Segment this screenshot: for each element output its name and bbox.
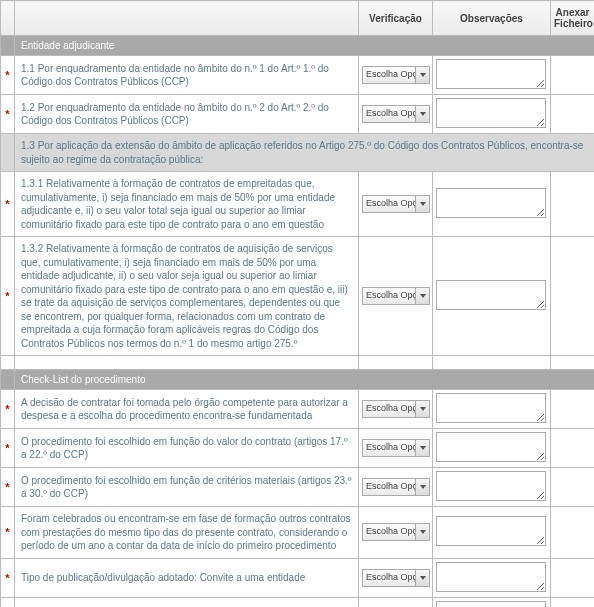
observations-textarea[interactable] [436, 393, 546, 423]
observations-textarea[interactable] [436, 432, 546, 462]
row-description: Tipo de publicação/divulgação adotado: C… [15, 558, 359, 597]
observations-textarea[interactable] [436, 562, 546, 592]
observations-cell [433, 56, 551, 95]
attach-file-cell [551, 507, 595, 559]
attach-file-cell [551, 237, 595, 356]
dropdown-label: Escolha Opção [363, 479, 415, 495]
attach-file-cell [551, 468, 595, 507]
verification-dropdown[interactable]: Escolha Opção [362, 569, 430, 587]
attach-file-cell [551, 56, 595, 95]
table-row: *1.2 Por enquadramento da entidade no âm… [1, 95, 595, 134]
observations-cell [433, 468, 551, 507]
row-description: 1.1 Por enquadramento da entidade no âmb… [15, 56, 359, 95]
checklist-table: Verificação Observações Anexar Ficheiro … [0, 0, 594, 607]
verification-dropdown[interactable]: Escolha Opção [362, 439, 430, 457]
header-blank-1 [1, 1, 15, 36]
verification-dropdown[interactable]: Escolha Opção [362, 105, 430, 123]
table-row: *O procedimento foi escolhido em função … [1, 429, 595, 468]
chevron-down-icon[interactable] [415, 524, 429, 540]
row-description: 1.2 Por enquadramento da entidade no âmb… [15, 95, 359, 134]
verification-cell: Escolha Opção [359, 237, 433, 356]
observations-textarea[interactable] [436, 59, 546, 89]
attach-file-cell [551, 390, 595, 429]
verification-dropdown[interactable]: Escolha Opção [362, 400, 430, 418]
observations-cell [433, 390, 551, 429]
attach-file-cell [551, 95, 595, 134]
verification-dropdown[interactable]: Escolha Opção [362, 195, 430, 213]
header-row: Verificação Observações Anexar Ficheiro [1, 1, 595, 36]
required-asterisk: * [1, 429, 15, 468]
required-asterisk: * [1, 468, 15, 507]
chevron-down-icon[interactable] [415, 196, 429, 212]
header-observacoes: Observações [433, 1, 551, 36]
verification-cell: Escolha Opção [359, 429, 433, 468]
verification-dropdown[interactable]: Escolha Opção [362, 66, 430, 84]
table-row: *1.1 Por enquadramento da entidade no âm… [1, 56, 595, 95]
verification-cell: Escolha Opção [359, 95, 433, 134]
blank-row [1, 356, 595, 370]
observations-textarea[interactable] [436, 471, 546, 501]
header-blank-2 [15, 1, 359, 36]
chevron-down-icon[interactable] [415, 570, 429, 586]
verification-cell: Escolha Opção [359, 172, 433, 237]
observations-cell [433, 558, 551, 597]
table-row: *1.3.2 Relativamente à formação de contr… [1, 237, 595, 356]
observations-textarea[interactable] [436, 516, 546, 546]
observations-cell [433, 507, 551, 559]
sub-header-text: 1.3 Por aplicação da extensão do âmbito … [15, 134, 595, 172]
observations-cell [433, 172, 551, 237]
attach-file-cell [551, 172, 595, 237]
table-row: *Foram celebrados ou encontram-se em fas… [1, 507, 595, 559]
row-description: Foram celebrados ou encontram-se em fase… [15, 507, 359, 559]
dropdown-label: Escolha Opção [363, 440, 415, 456]
observations-cell [433, 429, 551, 468]
required-asterisk: * [1, 558, 15, 597]
dropdown-label: Escolha Opção [363, 196, 415, 212]
chevron-down-icon[interactable] [415, 479, 429, 495]
required-asterisk: * [1, 507, 15, 559]
section-asterisk-cell [1, 370, 15, 390]
required-asterisk: * [1, 172, 15, 237]
chevron-down-icon[interactable] [415, 401, 429, 417]
required-asterisk: * [1, 237, 15, 356]
row-description: O procedimento foi escolhido em função d… [15, 429, 359, 468]
observations-cell [433, 95, 551, 134]
verification-dropdown[interactable]: Escolha Opção [362, 287, 430, 305]
observations-cell [433, 597, 551, 607]
dropdown-label: Escolha Opção [363, 288, 415, 304]
chevron-down-icon[interactable] [415, 288, 429, 304]
dropdown-label: Escolha Opção [363, 524, 415, 540]
section-title: Entidade adjudicante [15, 36, 595, 56]
table-row: *Tipo de publicação/divulgação adotado: … [1, 558, 595, 597]
row-description: 1.3.1 Relativamente à formação de contra… [15, 172, 359, 237]
dropdown-label: Escolha Opção [363, 570, 415, 586]
verification-cell: Escolha Opção [359, 597, 433, 607]
attach-file-cell [551, 597, 595, 607]
verification-cell: Escolha Opção [359, 558, 433, 597]
observations-textarea[interactable] [436, 98, 546, 128]
table-row: *O procedimento foi escolhido em função … [1, 468, 595, 507]
observations-textarea[interactable] [436, 601, 546, 608]
dropdown-label: Escolha Opção [363, 106, 415, 122]
section-asterisk-cell [1, 36, 15, 56]
observations-textarea[interactable] [436, 188, 546, 218]
table-row: *Tipo de publicação/divulgação adotado: … [1, 597, 595, 607]
chevron-down-icon[interactable] [415, 67, 429, 83]
sub-header-asterisk [1, 134, 15, 172]
section-header: Check-List do procedimento [1, 370, 595, 390]
chevron-down-icon[interactable] [415, 440, 429, 456]
table-row: *1.3.1 Relativamente à formação de contr… [1, 172, 595, 237]
chevron-down-icon[interactable] [415, 106, 429, 122]
dropdown-label: Escolha Opção [363, 401, 415, 417]
observations-cell [433, 237, 551, 356]
verification-dropdown[interactable]: Escolha Opção [362, 478, 430, 496]
dropdown-label: Escolha Opção [363, 67, 415, 83]
row-description: O procedimento foi escolhido em função d… [15, 468, 359, 507]
attach-file-cell [551, 558, 595, 597]
required-asterisk: * [1, 56, 15, 95]
verification-cell: Escolha Opção [359, 56, 433, 95]
header-verificacao: Verificação [359, 1, 433, 36]
observations-textarea[interactable] [436, 280, 546, 310]
verification-dropdown[interactable]: Escolha Opção [362, 523, 430, 541]
row-description: A decisão de contratar foi tomada pelo ó… [15, 390, 359, 429]
